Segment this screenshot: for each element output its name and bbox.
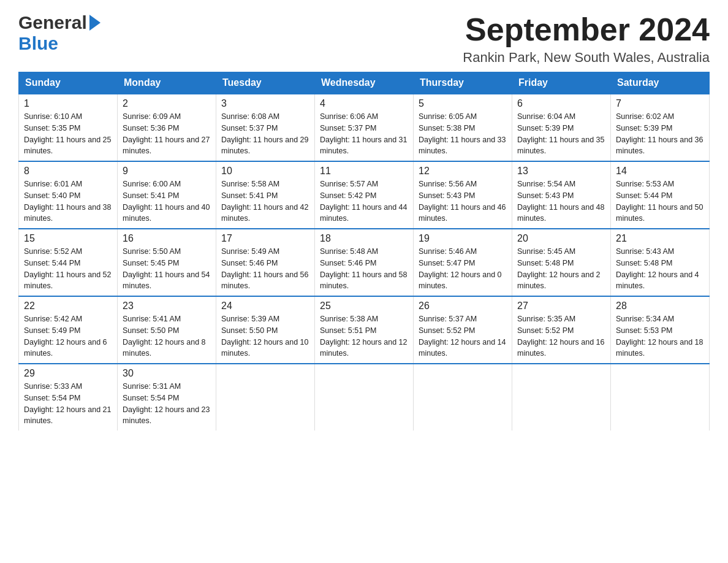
calendar-cell	[315, 364, 414, 431]
calendar-cell: 29Sunrise: 5:33 AMSunset: 5:54 PMDayligh…	[19, 364, 118, 431]
day-number: 14	[616, 166, 704, 177]
calendar-cell: 12Sunrise: 5:56 AMSunset: 5:43 PMDayligh…	[414, 161, 512, 229]
day-info: Sunrise: 5:53 AMSunset: 5:44 PMDaylight:…	[616, 178, 704, 224]
calendar-cell: 27Sunrise: 5:35 AMSunset: 5:52 PMDayligh…	[512, 296, 611, 364]
calendar-cell	[414, 364, 512, 431]
calendar-cell: 20Sunrise: 5:45 AMSunset: 5:48 PMDayligh…	[512, 229, 611, 296]
day-info: Sunrise: 6:08 AMSunset: 5:37 PMDaylight:…	[221, 111, 309, 157]
day-info: Sunrise: 6:00 AMSunset: 5:41 PMDaylight:…	[123, 178, 211, 224]
weekday-header-thursday: Thursday	[414, 72, 512, 94]
calendar-cell: 10Sunrise: 5:58 AMSunset: 5:41 PMDayligh…	[216, 161, 315, 229]
calendar-cell: 16Sunrise: 5:50 AMSunset: 5:45 PMDayligh…	[118, 229, 216, 296]
day-number: 21	[616, 233, 704, 244]
logo-triangle-icon	[89, 15, 100, 33]
day-number: 12	[419, 166, 507, 177]
logo-blue-text: Blue	[18, 33, 58, 53]
logo-general-text: General	[18, 12, 87, 33]
weekday-header-friday: Friday	[512, 72, 611, 94]
day-number: 30	[123, 368, 211, 379]
day-info: Sunrise: 5:57 AMSunset: 5:42 PMDaylight:…	[320, 178, 408, 224]
day-number: 28	[616, 301, 704, 312]
day-number: 19	[419, 233, 507, 244]
day-info: Sunrise: 5:39 AMSunset: 5:50 PMDaylight:…	[221, 313, 309, 359]
day-number: 22	[24, 301, 112, 312]
weekday-header-tuesday: Tuesday	[216, 72, 315, 94]
calendar-cell: 5Sunrise: 6:05 AMSunset: 5:38 PMDaylight…	[414, 94, 512, 161]
day-number: 11	[320, 166, 408, 177]
day-number: 29	[24, 368, 112, 379]
calendar-week-row: 22Sunrise: 5:42 AMSunset: 5:49 PMDayligh…	[19, 296, 710, 364]
day-number: 15	[24, 233, 112, 244]
calendar-week-row: 1Sunrise: 6:10 AMSunset: 5:35 PMDaylight…	[19, 94, 710, 161]
calendar-week-row: 8Sunrise: 6:01 AMSunset: 5:40 PMDaylight…	[19, 161, 710, 229]
calendar-table: SundayMondayTuesdayWednesdayThursdayFrid…	[18, 72, 710, 431]
day-info: Sunrise: 5:38 AMSunset: 5:51 PMDaylight:…	[320, 313, 408, 359]
day-info: Sunrise: 5:33 AMSunset: 5:54 PMDaylight:…	[24, 381, 112, 427]
day-info: Sunrise: 6:06 AMSunset: 5:37 PMDaylight:…	[320, 111, 408, 157]
calendar-cell: 18Sunrise: 5:48 AMSunset: 5:46 PMDayligh…	[315, 229, 414, 296]
day-number: 25	[320, 301, 408, 312]
day-info: Sunrise: 5:41 AMSunset: 5:50 PMDaylight:…	[123, 313, 211, 359]
day-number: 2	[123, 98, 211, 109]
day-number: 23	[123, 301, 211, 312]
svg-marker-0	[89, 15, 100, 31]
day-info: Sunrise: 5:54 AMSunset: 5:43 PMDaylight:…	[517, 178, 605, 224]
calendar-cell: 15Sunrise: 5:52 AMSunset: 5:44 PMDayligh…	[19, 229, 118, 296]
day-info: Sunrise: 6:02 AMSunset: 5:39 PMDaylight:…	[616, 111, 704, 157]
day-info: Sunrise: 5:58 AMSunset: 5:41 PMDaylight:…	[221, 178, 309, 224]
day-number: 1	[24, 98, 112, 109]
day-number: 24	[221, 301, 309, 312]
page-header: General Blue September 2024 Rankin Park,…	[18, 12, 710, 66]
day-number: 17	[221, 233, 309, 244]
day-info: Sunrise: 5:43 AMSunset: 5:48 PMDaylight:…	[616, 246, 704, 292]
day-info: Sunrise: 5:49 AMSunset: 5:46 PMDaylight:…	[221, 246, 309, 292]
calendar-cell: 8Sunrise: 6:01 AMSunset: 5:40 PMDaylight…	[19, 161, 118, 229]
calendar-cell: 22Sunrise: 5:42 AMSunset: 5:49 PMDayligh…	[19, 296, 118, 364]
day-number: 20	[517, 233, 605, 244]
day-number: 16	[123, 233, 211, 244]
logo: General Blue	[18, 12, 100, 54]
weekday-header-monday: Monday	[118, 72, 216, 94]
day-number: 3	[221, 98, 309, 109]
calendar-cell: 2Sunrise: 6:09 AMSunset: 5:36 PMDaylight…	[118, 94, 216, 161]
day-info: Sunrise: 6:01 AMSunset: 5:40 PMDaylight:…	[24, 178, 112, 224]
day-number: 18	[320, 233, 408, 244]
calendar-cell: 13Sunrise: 5:54 AMSunset: 5:43 PMDayligh…	[512, 161, 611, 229]
calendar-week-row: 15Sunrise: 5:52 AMSunset: 5:44 PMDayligh…	[19, 229, 710, 296]
weekday-header-saturday: Saturday	[611, 72, 710, 94]
day-info: Sunrise: 5:52 AMSunset: 5:44 PMDaylight:…	[24, 246, 112, 292]
location-subtitle: Rankin Park, New South Wales, Australia	[463, 50, 710, 66]
calendar-cell: 3Sunrise: 6:08 AMSunset: 5:37 PMDaylight…	[216, 94, 315, 161]
day-number: 8	[24, 166, 112, 177]
day-info: Sunrise: 5:45 AMSunset: 5:48 PMDaylight:…	[517, 246, 605, 292]
day-number: 6	[517, 98, 605, 109]
day-number: 13	[517, 166, 605, 177]
calendar-cell: 25Sunrise: 5:38 AMSunset: 5:51 PMDayligh…	[315, 296, 414, 364]
day-info: Sunrise: 6:09 AMSunset: 5:36 PMDaylight:…	[123, 111, 211, 157]
calendar-cell: 14Sunrise: 5:53 AMSunset: 5:44 PMDayligh…	[611, 161, 710, 229]
calendar-cell	[216, 364, 315, 431]
day-number: 26	[419, 301, 507, 312]
calendar-cell: 7Sunrise: 6:02 AMSunset: 5:39 PMDaylight…	[611, 94, 710, 161]
day-info: Sunrise: 5:56 AMSunset: 5:43 PMDaylight:…	[419, 178, 507, 224]
calendar-cell: 6Sunrise: 6:04 AMSunset: 5:39 PMDaylight…	[512, 94, 611, 161]
calendar-cell: 21Sunrise: 5:43 AMSunset: 5:48 PMDayligh…	[611, 229, 710, 296]
day-number: 5	[419, 98, 507, 109]
day-info: Sunrise: 5:48 AMSunset: 5:46 PMDaylight:…	[320, 246, 408, 292]
day-info: Sunrise: 5:42 AMSunset: 5:49 PMDaylight:…	[24, 313, 112, 359]
day-info: Sunrise: 5:37 AMSunset: 5:52 PMDaylight:…	[419, 313, 507, 359]
month-year-title: September 2024	[463, 12, 710, 47]
calendar-cell: 30Sunrise: 5:31 AMSunset: 5:54 PMDayligh…	[118, 364, 216, 431]
day-info: Sunrise: 6:10 AMSunset: 5:35 PMDaylight:…	[24, 111, 112, 157]
calendar-cell: 17Sunrise: 5:49 AMSunset: 5:46 PMDayligh…	[216, 229, 315, 296]
day-info: Sunrise: 6:05 AMSunset: 5:38 PMDaylight:…	[419, 111, 507, 157]
day-number: 27	[517, 301, 605, 312]
calendar-cell: 11Sunrise: 5:57 AMSunset: 5:42 PMDayligh…	[315, 161, 414, 229]
calendar-cell: 19Sunrise: 5:46 AMSunset: 5:47 PMDayligh…	[414, 229, 512, 296]
day-number: 9	[123, 166, 211, 177]
day-info: Sunrise: 5:35 AMSunset: 5:52 PMDaylight:…	[517, 313, 605, 359]
calendar-cell	[512, 364, 611, 431]
weekday-header-sunday: Sunday	[19, 72, 118, 94]
day-number: 7	[616, 98, 704, 109]
calendar-cell: 4Sunrise: 6:06 AMSunset: 5:37 PMDaylight…	[315, 94, 414, 161]
